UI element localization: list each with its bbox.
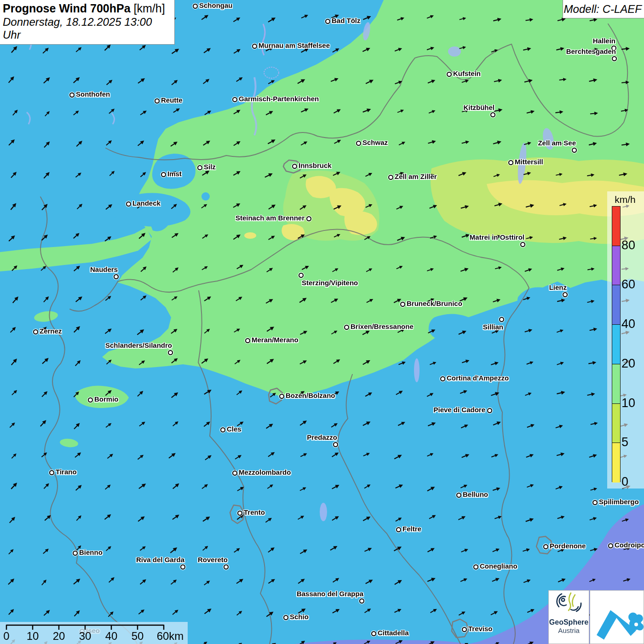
legend-tick-label: 60 <box>621 277 635 292</box>
scale-label: 0 <box>3 630 9 643</box>
legend-colorbar <box>612 206 621 482</box>
scale-label: 50 <box>132 630 144 643</box>
geosphere-org-name: GeoSphere <box>549 618 589 627</box>
page-subtitle: Donnerstag, 18.12.2025 13:00 Uhr <box>3 16 171 41</box>
legend-tick-label: 20 <box>621 356 635 371</box>
scale-label: 30 <box>79 630 92 643</box>
region-speed-0-5 <box>244 232 256 239</box>
scale-bar: 0102030405060km <box>0 622 188 644</box>
legend-color-segment <box>612 285 620 325</box>
legend-tick-label: 5 <box>621 435 628 449</box>
legend: km/h 806040201050 <box>607 191 644 489</box>
legend-color-segment <box>612 207 620 246</box>
legend-tick-label: 10 <box>621 396 635 410</box>
legend-color-segment <box>612 443 620 483</box>
legend-tick-label: 40 <box>621 317 635 331</box>
mountain-cloud-icon <box>590 591 644 644</box>
scale-label: 10 <box>27 630 39 643</box>
scale-label: 20 <box>53 630 65 643</box>
legend-color-segment <box>612 325 620 364</box>
legend-color-segment <box>612 404 620 443</box>
legend-color-segment <box>612 364 620 404</box>
legend-tick-label: 0 <box>621 475 628 489</box>
model-label: Modell: C-LAEF <box>563 0 644 18</box>
wind-map <box>0 0 644 644</box>
scale-label: 40 <box>105 630 118 643</box>
partner-logo <box>590 590 644 644</box>
geosphere-logo: GeoSphere Austria <box>548 590 589 644</box>
legend-unit: km/h <box>607 194 643 205</box>
weather-map-screen: SchongauBad TölzKemptenMurnau am Staffel… <box>0 0 644 644</box>
geosphere-contours-icon <box>554 591 584 617</box>
legend-color-segment <box>612 246 620 286</box>
legend-tick-label: 80 <box>621 238 635 253</box>
geosphere-country: Austria <box>549 627 589 634</box>
page-title: Prognose Wind 700hPa [km/h] <box>3 2 171 15</box>
title-box: Prognose Wind 700hPa [km/h] Donnerstag, … <box>0 0 175 45</box>
scale-label: 60km <box>157 630 184 643</box>
